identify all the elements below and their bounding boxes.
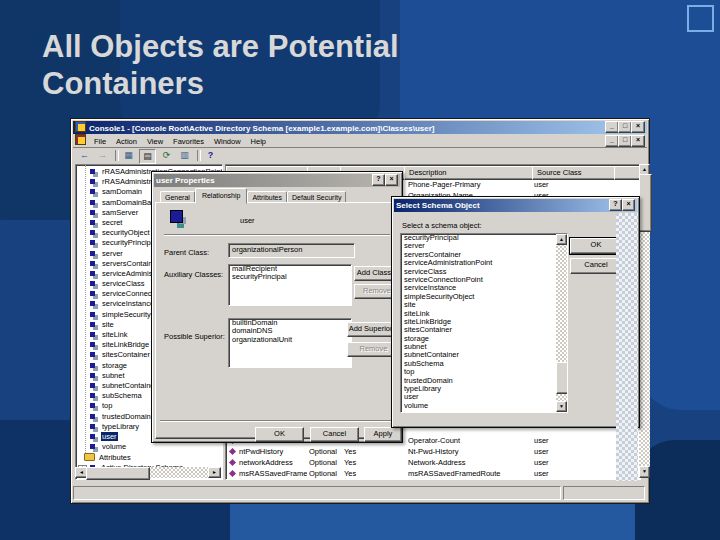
- dialog-titlebar[interactable]: Select Schema Object: [394, 199, 637, 212]
- dialog-help-button[interactable]: ?: [609, 199, 622, 211]
- slide-title-line1: All Objects are Potential: [42, 28, 662, 65]
- class-icon: [90, 393, 95, 398]
- tree-item[interactable]: volume: [76, 442, 222, 452]
- corner-decoration: [687, 5, 714, 32]
- tree-horizontal-scrollbar[interactable]: ◄ ►: [75, 467, 221, 478]
- minimize-button[interactable]: _: [605, 121, 619, 133]
- scrollbar-thumb[interactable]: [86, 467, 150, 480]
- forward-icon[interactable]: →: [95, 149, 110, 162]
- mmc-console-window: Console1 - [Console Root\Active Director…: [70, 118, 650, 504]
- back-icon[interactable]: ←: [77, 149, 92, 162]
- cancel-button[interactable]: Cancel: [570, 258, 622, 274]
- class-icon: [90, 230, 95, 235]
- listbox-item[interactable]: typeLibrary: [401, 385, 556, 393]
- class-icon: [90, 424, 95, 429]
- list-row[interactable]: networkAddress Optional Yes Network-Addr…: [226, 457, 640, 468]
- parent-class-label: Parent Class:: [164, 248, 209, 257]
- transparency-artifact: [616, 213, 638, 481]
- menu-item[interactable]: Action: [111, 135, 142, 148]
- class-icon: [90, 281, 95, 286]
- toolbar-separator: [115, 150, 119, 161]
- list-row[interactable]: msRASSavedFramedIPAddress Optional Yes m…: [226, 479, 640, 480]
- child-close-button[interactable]: ×: [631, 135, 645, 147]
- listbox-item[interactable]: simpleSecurityObject: [401, 293, 556, 301]
- dialog-title: user Properties: [156, 176, 215, 185]
- scrollbar-thumb[interactable]: [639, 174, 652, 232]
- list-row[interactable]: msRASSavedFramedRoute Optional Yes msRAS…: [226, 468, 640, 479]
- auxiliary-classes-label: Auxiliary Classes:: [164, 270, 223, 279]
- status-pane: [73, 486, 561, 500]
- help-icon[interactable]: ?: [203, 149, 218, 162]
- scroll-down-icon[interactable]: ▼: [639, 466, 650, 478]
- listbox-item[interactable]: securityPrincipal: [229, 273, 351, 281]
- show-tree-icon[interactable]: ▦: [121, 149, 136, 162]
- auxiliary-classes-listbox[interactable]: mailRecipientsecurityPrincipal: [228, 264, 352, 306]
- class-icon: [90, 169, 95, 174]
- dialog-titlebar[interactable]: user Properties: [154, 174, 400, 187]
- window-title: Console1 - [Console Root\Active Director…: [89, 124, 434, 133]
- column-header-filler[interactable]: [614, 166, 641, 180]
- scroll-down-icon[interactable]: ▼: [556, 401, 567, 412]
- class-icon: [90, 312, 95, 317]
- slide-title-line2: Containers: [42, 65, 662, 102]
- attribute-icon: [229, 459, 236, 466]
- possible-superior-listbox[interactable]: builtinDomaindomainDNSorganizationalUnit: [228, 318, 352, 368]
- maximize-button[interactable]: □: [618, 121, 632, 133]
- console-icon: [75, 121, 86, 132]
- class-icon: [90, 444, 95, 449]
- dialog-tab[interactable]: Relationship: [195, 188, 248, 204]
- select-schema-object-dialog: Select Schema Object ? × Select a schema…: [391, 196, 640, 428]
- bg-shape: [640, 150, 720, 410]
- scroll-right-icon[interactable]: ►: [208, 467, 221, 478]
- tree-item-attributes[interactable]: Attributes: [84, 453, 131, 463]
- class-icon: [90, 363, 95, 368]
- child-window-icon: [75, 134, 86, 145]
- parent-class-field[interactable]: organizationalPerson: [228, 243, 355, 258]
- listbox-item[interactable]: volume: [401, 402, 556, 410]
- export-list-icon[interactable]: ▥: [177, 149, 192, 162]
- dialog-close-button[interactable]: ×: [622, 199, 635, 211]
- column-header-description[interactable]: Description: [404, 166, 538, 180]
- class-icon: [90, 332, 95, 337]
- class-icon: [90, 179, 95, 184]
- ok-button[interactable]: OK: [255, 427, 304, 442]
- child-minimize-button[interactable]: _: [605, 135, 619, 147]
- child-restore-button[interactable]: □: [618, 135, 632, 147]
- column-header-source-class[interactable]: Source Class: [532, 166, 620, 180]
- menu-item[interactable]: File: [89, 135, 111, 148]
- select-schema-label: Select a schema object:: [402, 221, 482, 230]
- class-icon: [90, 291, 95, 296]
- separator: [160, 420, 394, 422]
- listbox-scrollbar[interactable]: ▲ ▼: [556, 234, 567, 412]
- class-icon: [90, 271, 95, 276]
- dialog-help-button[interactable]: ?: [372, 174, 385, 186]
- slide: All Objects are Potential Containers Con…: [0, 0, 720, 540]
- user-properties-dialog: user Properties ? × GeneralRelationshipA…: [151, 171, 403, 443]
- refresh-icon[interactable]: ⟳: [159, 149, 174, 162]
- menu-item[interactable]: Help: [246, 135, 271, 148]
- class-icon-large: [170, 210, 183, 223]
- scroll-up-icon[interactable]: ▲: [556, 234, 567, 245]
- class-icon: [90, 210, 95, 215]
- list-vertical-scrollbar[interactable]: ▲ ▼: [639, 164, 650, 478]
- dialog-close-button[interactable]: ×: [385, 174, 398, 186]
- class-icon: [90, 220, 95, 225]
- menu-item[interactable]: Favorites: [168, 135, 209, 148]
- status-pane: [563, 486, 645, 500]
- apply-button[interactable]: Apply: [364, 427, 402, 442]
- cancel-button[interactable]: Cancel: [310, 427, 359, 442]
- list-row[interactable]: ntPwdHistory Optional Yes Nt-Pwd-History…: [226, 446, 640, 457]
- properties-icon[interactable]: ▤: [139, 149, 156, 164]
- listbox-item[interactable]: organizationalUnit: [229, 336, 351, 344]
- window-titlebar[interactable]: Console1 - [Console Root\Active Director…: [73, 121, 647, 134]
- class-icon: [90, 200, 95, 205]
- scrollbar-thumb[interactable]: [556, 362, 568, 394]
- class-icon: [90, 301, 95, 306]
- menu-item[interactable]: View: [142, 135, 168, 148]
- close-button[interactable]: ×: [631, 121, 645, 133]
- schema-object-listbox[interactable]: securityPrincipalserverserversContainers…: [400, 233, 568, 413]
- class-icon: [90, 414, 95, 419]
- ok-button[interactable]: OK: [570, 238, 622, 254]
- menu-item[interactable]: Window: [209, 135, 246, 148]
- listbox-item[interactable]: subSchema: [401, 360, 556, 368]
